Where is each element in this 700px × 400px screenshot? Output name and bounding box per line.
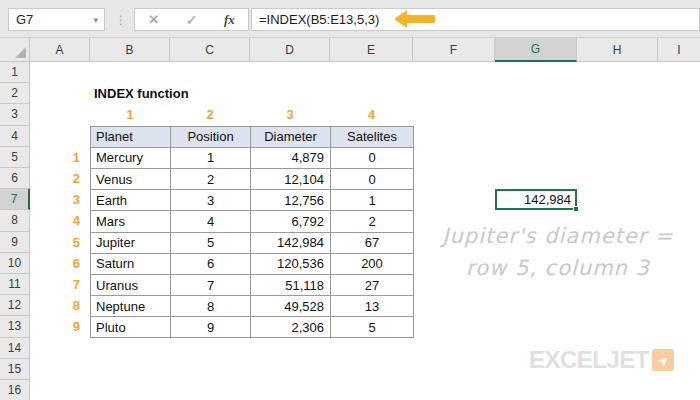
column-header-d[interactable]: D: [250, 38, 330, 62]
table-cell[interactable]: Saturn: [91, 254, 171, 275]
row-header-14[interactable]: 14: [0, 338, 30, 359]
table-header-position[interactable]: Position: [171, 127, 251, 148]
table-header-planet[interactable]: Planet: [91, 127, 171, 148]
selected-cell-g7[interactable]: 142,984: [495, 189, 577, 210]
table-cell[interactable]: Pluto: [91, 317, 171, 338]
sheet-title[interactable]: INDEX function: [94, 82, 189, 104]
name-box-dropdown-icon[interactable]: ▾: [93, 15, 104, 25]
column-header-c[interactable]: C: [170, 38, 250, 62]
row-index-3[interactable]: 3: [30, 189, 80, 210]
table-cell[interactable]: 0: [331, 148, 414, 169]
table-cell[interactable]: 6: [171, 254, 251, 275]
row-index-7[interactable]: 7: [30, 274, 80, 295]
column-header-b[interactable]: B: [90, 38, 170, 62]
row-header-15[interactable]: 15: [0, 359, 30, 380]
cancel-icon[interactable]: ✕: [148, 12, 159, 27]
row-header-16[interactable]: 16: [0, 380, 30, 400]
row-header-4[interactable]: 4: [0, 126, 30, 147]
table-cell[interactable]: 200: [331, 254, 414, 275]
row-header-8[interactable]: 8: [0, 210, 30, 231]
exceljet-arrow-icon: ➤: [652, 349, 674, 371]
table-cell[interactable]: Mars: [91, 211, 171, 232]
row-header-7[interactable]: 7: [0, 189, 30, 210]
table-cell[interactable]: 0: [331, 169, 414, 190]
table-cell[interactable]: 2: [171, 169, 251, 190]
table-cell[interactable]: 2: [331, 211, 414, 232]
exceljet-logo: EXCELJET ➤: [529, 346, 674, 374]
table-row: Saturn6120,536200: [91, 254, 414, 275]
table-cell[interactable]: 9: [171, 317, 251, 338]
fill-handle[interactable]: [573, 206, 579, 212]
name-box-value: G7: [16, 12, 33, 27]
row-header-6[interactable]: 6: [0, 168, 30, 189]
table-cell[interactable]: Jupiter: [91, 233, 171, 254]
table-cell[interactable]: Neptune: [91, 296, 171, 317]
table-cell[interactable]: 6,792: [251, 211, 331, 232]
table-cell[interactable]: 2,306: [251, 317, 331, 338]
table-cell[interactable]: 4: [171, 211, 251, 232]
column-header-a[interactable]: A: [30, 38, 90, 62]
table-cell[interactable]: Earth: [91, 190, 171, 211]
row-header-5[interactable]: 5: [0, 147, 30, 168]
table-cell[interactable]: 13: [331, 296, 414, 317]
column-index-3[interactable]: 3: [250, 104, 330, 125]
table-cell[interactable]: Uranus: [91, 275, 171, 296]
table-cell[interactable]: 7: [171, 275, 251, 296]
row-header-2[interactable]: 2: [0, 83, 30, 104]
table-cell[interactable]: 1: [171, 148, 251, 169]
select-all-corner[interactable]: [0, 38, 30, 62]
name-box[interactable]: G7 ▾: [8, 8, 105, 31]
row-index-1[interactable]: 1: [30, 147, 80, 168]
column-header-f[interactable]: F: [413, 38, 495, 62]
table-cell[interactable]: 67: [331, 233, 414, 254]
table-header-row: PlanetPositionDiameterSatelites: [91, 127, 414, 148]
table-header-diameter[interactable]: Diameter: [251, 127, 331, 148]
enter-icon[interactable]: ✓: [186, 12, 198, 28]
column-header-e[interactable]: E: [330, 38, 413, 62]
column-header-g[interactable]: G: [495, 38, 577, 62]
row-header-9[interactable]: 9: [0, 232, 30, 253]
table-row: Earth312,7561: [91, 190, 414, 211]
table-row: Neptune849,52813: [91, 296, 414, 317]
table-header-satelites[interactable]: Satelites: [331, 127, 414, 148]
table-cell[interactable]: 142,984: [251, 233, 331, 254]
table-cell[interactable]: 5: [331, 317, 414, 338]
column-header-h[interactable]: H: [577, 38, 658, 62]
row-index-4[interactable]: 4: [30, 210, 80, 231]
table-row: Pluto92,3065: [91, 317, 414, 338]
row-header-11[interactable]: 11: [0, 274, 30, 295]
column-header-i[interactable]: I: [658, 38, 700, 62]
column-index-1[interactable]: 1: [90, 104, 170, 125]
worksheet[interactable]: INDEX function 1234 123456789 PlanetPosi…: [30, 62, 700, 400]
formula-bar: G7 ▾ ⋮ ✕ ✓ fx =INDEX(B5:E13,5,3): [0, 0, 700, 38]
row-index-8[interactable]: 8: [30, 295, 80, 316]
row-index-6[interactable]: 6: [30, 253, 80, 274]
formula-input[interactable]: =INDEX(B5:E13,5,3): [251, 8, 700, 31]
table-cell[interactable]: 1: [331, 190, 414, 211]
table-cell[interactable]: 12,756: [251, 190, 331, 211]
table-cell[interactable]: 4,879: [251, 148, 331, 169]
row-index-9[interactable]: 9: [30, 316, 80, 337]
row-header-1[interactable]: 1: [0, 62, 30, 83]
table-cell[interactable]: 51,118: [251, 275, 331, 296]
row-index-5[interactable]: 5: [30, 232, 80, 253]
table-cell[interactable]: 120,536: [251, 254, 331, 275]
table-cell[interactable]: 12,104: [251, 169, 331, 190]
table-cell[interactable]: 5: [171, 233, 251, 254]
table-cell[interactable]: 49,528: [251, 296, 331, 317]
table-row: Mercury14,8790: [91, 148, 414, 169]
table-cell[interactable]: Venus: [91, 169, 171, 190]
excel-window: G7 ▾ ⋮ ✕ ✓ fx =INDEX(B5:E13,5,3) ABCDEFG…: [0, 0, 700, 400]
row-header-13[interactable]: 13: [0, 316, 30, 337]
table-cell[interactable]: Mercury: [91, 148, 171, 169]
table-cell[interactable]: 8: [171, 296, 251, 317]
column-index-4[interactable]: 4: [330, 104, 413, 125]
table-cell[interactable]: 3: [171, 190, 251, 211]
row-header-10[interactable]: 10: [0, 253, 30, 274]
column-index-2[interactable]: 2: [170, 104, 250, 125]
table-cell[interactable]: 27: [331, 275, 414, 296]
row-header-3[interactable]: 3: [0, 104, 30, 125]
row-index-2[interactable]: 2: [30, 168, 80, 189]
row-header-12[interactable]: 12: [0, 295, 30, 316]
insert-function-icon[interactable]: fx: [224, 12, 235, 28]
